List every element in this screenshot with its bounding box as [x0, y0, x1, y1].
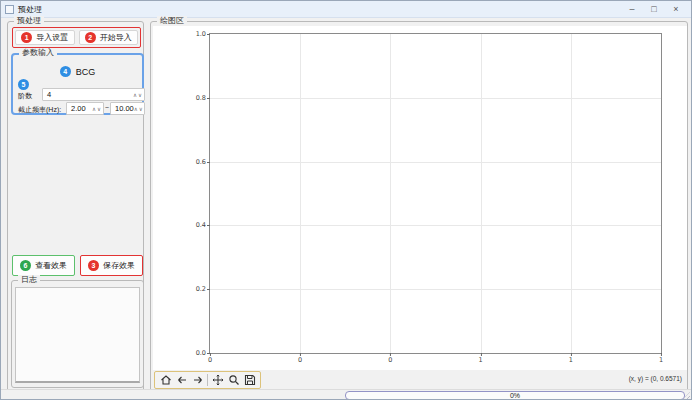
signal-type-row: 4 BCG: [13, 65, 142, 78]
cutoff-label: 截止频率(Hz):: [18, 105, 61, 115]
y-tick-label: 1.0: [196, 30, 206, 38]
back-icon[interactable]: [175, 373, 188, 387]
view-result-label: 查看效果: [35, 260, 67, 271]
spin-down-icon[interactable]: ∨: [138, 92, 142, 98]
log-textarea[interactable]: [15, 287, 140, 383]
spin-down-icon[interactable]: ∨: [97, 106, 101, 112]
order-spinbox[interactable]: 4 ∧∨: [42, 88, 145, 101]
y-tick-label: 0.0: [196, 349, 206, 357]
spinner-arrows[interactable]: ∧∨: [134, 106, 143, 112]
y-tick-label: 0.4: [196, 221, 206, 229]
order-value: 4: [45, 90, 133, 99]
gridline-vertical: [300, 34, 301, 353]
view-result-button[interactable]: 6 查看效果: [12, 255, 75, 276]
import-annotation-box: 1 导入设置 2 开始导入: [12, 27, 141, 48]
step-badge-6: 6: [20, 260, 31, 271]
x-tick-label: 0: [388, 356, 392, 364]
y-tick-label: 0.2: [196, 285, 206, 293]
range-tilde: ~: [105, 104, 109, 111]
log-group: 日志: [11, 280, 144, 388]
spinner-arrows[interactable]: ∧∨: [92, 106, 101, 112]
y-tick-label: 0.8: [196, 94, 206, 102]
app-window: 预处理 – □ × 预处理 1 导入设置 2 开始导入 参数输入 4 BCG: [0, 0, 692, 400]
x-tick-label: 1: [569, 356, 573, 364]
preprocess-group-label: 预处理: [14, 16, 44, 26]
progress-label: 0%: [510, 392, 520, 400]
log-group-label: 日志: [18, 275, 40, 285]
cursor-coords-readout: (x, y) = (0, 0.6571): [629, 375, 682, 382]
window-controls: – □ ×: [621, 1, 687, 17]
gridline-horizontal: [210, 162, 661, 163]
step-badge-5: 5: [18, 79, 29, 90]
zoom-icon[interactable]: [227, 373, 240, 387]
forward-icon[interactable]: [191, 373, 204, 387]
window-title: 预处理: [18, 4, 42, 15]
save-result-button[interactable]: 3 保存效果: [80, 255, 143, 276]
home-icon[interactable]: [159, 373, 172, 387]
spinner-arrows[interactable]: ∧∨: [133, 92, 142, 98]
gridline-horizontal: [210, 98, 661, 99]
close-button[interactable]: ×: [665, 1, 687, 17]
step-badge-1: 1: [21, 32, 32, 43]
titlebar: 预处理 – □ ×: [1, 1, 691, 18]
plot-toolbar: [154, 371, 261, 389]
cutoff-high-spinbox[interactable]: 10.00 ∧∨: [110, 102, 145, 115]
gridline-horizontal: [210, 289, 661, 290]
spin-up-icon[interactable]: ∧: [92, 106, 96, 112]
step-badge-3: 3: [88, 260, 99, 271]
app-icon: [5, 5, 14, 14]
signal-type-label: BCG: [76, 67, 96, 77]
spin-down-icon[interactable]: ∨: [139, 106, 143, 112]
pan-icon[interactable]: [211, 373, 224, 387]
x-tick-label: 1: [479, 356, 483, 364]
gridline-vertical: [390, 34, 391, 353]
x-tick-label: 0: [208, 356, 212, 364]
chart-axes: 1.0 0.8 0.6 0.4 0.2 0.0 0 0 0 1 1 1: [209, 33, 662, 354]
start-import-button[interactable]: 2 开始导入: [79, 30, 139, 45]
step-badge-2: 2: [85, 32, 96, 43]
cutoff-low-value: 2.00: [69, 104, 92, 113]
save-result-label: 保存效果: [103, 260, 135, 271]
spin-up-icon[interactable]: ∧: [134, 106, 138, 112]
minimize-button[interactable]: –: [621, 1, 643, 17]
plot-area-group: 绘图区 1.0 0.8 0.6 0.4 0.2 0.0 0 0 0: [150, 21, 688, 392]
import-settings-button[interactable]: 1 导入设置: [15, 30, 75, 45]
gridline-horizontal: [210, 225, 661, 226]
param-input-group: 参数输入 4 BCG 5 阶数 4 ∧∨ 截止频率(Hz): 2.00 ∧∨ ~…: [11, 53, 144, 115]
y-tick-label: 0.6: [196, 158, 206, 166]
start-import-label: 开始导入: [100, 32, 132, 43]
preprocess-group: 预处理 1 导入设置 2 开始导入 参数输入 4 BCG 5 阶数 4 ∧∨: [7, 21, 144, 392]
save-icon[interactable]: [243, 373, 256, 387]
import-settings-label: 导入设置: [36, 32, 68, 43]
progress-bar: 0%: [345, 391, 685, 400]
maximize-button[interactable]: □: [643, 1, 665, 17]
order-label: 阶数: [18, 91, 32, 101]
cutoff-high-value: 10.00: [113, 104, 134, 113]
gridline-vertical: [571, 34, 572, 353]
spin-up-icon[interactable]: ∧: [133, 92, 137, 98]
plot-canvas[interactable]: 1.0 0.8 0.6 0.4 0.2 0.0 0 0 0 1 1 1: [153, 26, 687, 370]
plot-area-group-label: 绘图区: [157, 16, 187, 26]
x-tick-label: 1: [659, 356, 663, 364]
toolbar-separator: [207, 374, 208, 386]
step-badge-4: 4: [60, 66, 71, 77]
statusbar: 0%: [1, 389, 691, 400]
cutoff-low-spinbox[interactable]: 2.00 ∧∨: [66, 102, 104, 115]
gridline-vertical: [481, 34, 482, 353]
x-tick-label: 0: [298, 356, 302, 364]
param-input-group-label: 参数输入: [19, 48, 57, 58]
